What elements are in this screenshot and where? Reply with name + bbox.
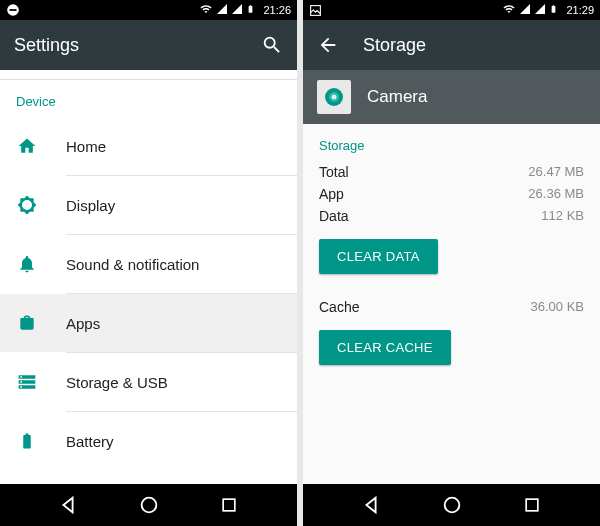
- row-label: Total: [319, 161, 349, 183]
- menu-label: Storage & USB: [66, 374, 168, 391]
- battery-icon: [549, 2, 558, 18]
- dnd-icon: [6, 3, 20, 17]
- menu-item-apps[interactable]: Apps: [0, 294, 297, 352]
- nav-bar: [303, 484, 600, 526]
- signal-icon: [231, 3, 243, 17]
- battery-icon: [16, 431, 38, 451]
- svg-point-7: [332, 95, 337, 100]
- row-value: 26.36 MB: [528, 183, 584, 205]
- battery-icon: [246, 2, 255, 18]
- storage-content: Storage Total 26.47 MB App 26.36 MB Data…: [303, 124, 600, 484]
- signal-icon: [534, 3, 546, 17]
- app-name: Camera: [367, 87, 427, 107]
- menu-item-display[interactable]: Display: [0, 176, 297, 234]
- nav-bar: [0, 484, 297, 526]
- menu-label: Home: [66, 138, 106, 155]
- menu-label: Apps: [66, 315, 100, 332]
- menu-item-sound[interactable]: Sound & notification: [0, 235, 297, 293]
- camera-icon: [317, 80, 351, 114]
- section-label: Storage: [319, 124, 584, 161]
- row-total: Total 26.47 MB: [319, 161, 584, 183]
- home-nav-icon[interactable]: [439, 492, 465, 518]
- recent-nav-icon[interactable]: [519, 492, 545, 518]
- status-bar: 21:26: [0, 0, 297, 20]
- storage-icon: [16, 372, 38, 392]
- clear-data-button[interactable]: CLEAR DATA: [319, 239, 438, 274]
- home-icon: [16, 136, 38, 156]
- row-value: 26.47 MB: [528, 161, 584, 183]
- wifi-icon: [199, 3, 213, 17]
- bell-icon: [16, 254, 38, 274]
- section-label: Device: [0, 80, 297, 117]
- signal-icon: [216, 3, 228, 17]
- status-bar: 21:29: [303, 0, 600, 20]
- status-time: 21:29: [566, 4, 594, 16]
- toolbar: Storage: [303, 20, 600, 70]
- svg-rect-1: [10, 9, 17, 11]
- svg-point-8: [444, 498, 459, 513]
- svg-rect-9: [526, 499, 538, 511]
- app-header: Camera: [303, 70, 600, 124]
- toolbar: Settings: [0, 20, 297, 70]
- row-label: Data: [319, 205, 349, 227]
- home-nav-icon[interactable]: [136, 492, 162, 518]
- row-cache: Cache 36.00 KB: [319, 296, 584, 318]
- menu-label: Sound & notification: [66, 256, 199, 273]
- svg-rect-3: [223, 499, 235, 511]
- row-data: Data 112 KB: [319, 205, 584, 227]
- menu-item-home[interactable]: Home: [0, 117, 297, 175]
- svg-point-2: [141, 498, 156, 513]
- settings-content: Device Home Display Sound & notification: [0, 70, 297, 484]
- menu-item-storage[interactable]: Storage & USB: [0, 353, 297, 411]
- row-value: 36.00 KB: [531, 296, 585, 318]
- screenshot-icon: [309, 4, 322, 17]
- row-app: App 26.36 MB: [319, 183, 584, 205]
- menu-label: Battery: [66, 433, 114, 450]
- page-title: Storage: [363, 35, 426, 56]
- search-icon[interactable]: [261, 34, 283, 56]
- brightness-icon: [16, 195, 38, 215]
- page-title: Settings: [14, 35, 79, 56]
- menu-label: Display: [66, 197, 115, 214]
- menu-item-battery[interactable]: Battery: [0, 412, 297, 470]
- row-value: 112 KB: [541, 205, 584, 227]
- row-label: Cache: [319, 296, 359, 318]
- settings-screen: 21:26 Settings Device Home Display: [0, 0, 297, 526]
- apps-icon: [16, 313, 38, 333]
- wifi-icon: [502, 3, 516, 17]
- status-time: 21:26: [263, 4, 291, 16]
- recent-nav-icon[interactable]: [216, 492, 242, 518]
- back-icon[interactable]: [317, 34, 339, 56]
- clear-cache-button[interactable]: CLEAR CACHE: [319, 330, 451, 365]
- back-nav-icon[interactable]: [358, 492, 384, 518]
- row-label: App: [319, 183, 344, 205]
- signal-icon: [519, 3, 531, 17]
- back-nav-icon[interactable]: [55, 492, 81, 518]
- storage-screen: 21:29 Storage Camera Storage Total 26.47…: [303, 0, 600, 526]
